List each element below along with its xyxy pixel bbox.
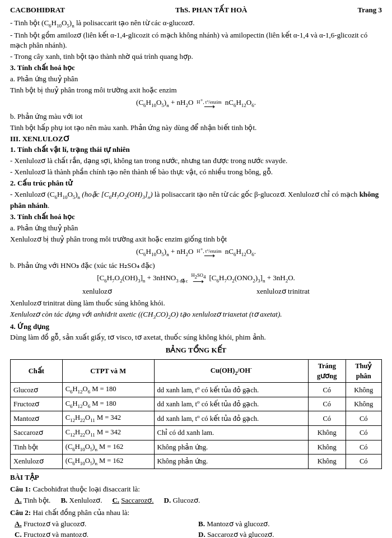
table-row: Glucozơ C6H12O6 M = 180 dd xanh lam, to …: [11, 383, 382, 397]
col-chat: Chất: [11, 360, 63, 383]
q2-text: Câu 2: Hai chất đồng phân của nhau là:: [10, 508, 382, 518]
formula-xl-right: nC6H12O6.: [225, 247, 256, 258]
table-row: Xenlulozơ (C6H10O5)n M = 162 Không phản …: [11, 454, 382, 469]
q2-option-c: C. Fructozơ và mantozơ.: [15, 530, 198, 538]
cell-fuctozo-trang: Có: [309, 397, 346, 411]
main-content: - Tinh bột (C6H10O5)n là polisaccarit tạ…: [10, 18, 382, 538]
page-wrapper: CACBOHIĐRAT ThS. PHAN TẤT HOÀ Trang 3 - …: [10, 6, 382, 538]
cell-saccarozo-thuy: Có: [346, 425, 381, 440]
table-row: Saccarozơ C12H22O11 M = 342 Chỉ có dd xa…: [11, 425, 382, 440]
section2-xl: 2. Cấu trúc phân tử: [10, 178, 382, 189]
formula-xl-thuy-phan: (C6H10O5)n + nH2O H+, t°/enzim ⟶ nC6H12O…: [10, 247, 382, 259]
header-right: Trang 3: [358, 6, 382, 15]
section3-xl: 3. Tính chất hoá học: [10, 212, 382, 222]
cell-xenlulozo-name: Xenlulozơ: [11, 454, 63, 469]
xl-trinitrat-desc: Xenlulozơ trinitrat dùng làm thuốc súng …: [10, 298, 382, 309]
cell-tinhbot-name: Tinh bột: [11, 440, 63, 454]
tinh-bot-intro-1: - Tinh bột (C6H10O5)n là polisaccarit tạ…: [10, 18, 382, 30]
col-thuy-phan: Thuỷphân: [346, 360, 381, 383]
page-header: CACBOHIĐRAT ThS. PHAN TẤT HOÀ Trang 3: [10, 6, 382, 15]
sub-a-tinh-bot: a. Phản ứng thuỷ phân: [10, 74, 382, 85]
bai-tap-title: BÀI TẬP: [10, 472, 382, 483]
formula-xl-hno3: [C6H7O2(OH)3]n + 3nHNO3 đặc H2SO4 ⟶ [C6H…: [10, 273, 382, 285]
xl-thuy-phan-desc: Xenlulozơ bị thuỷ phân trong môi trường …: [10, 234, 382, 245]
tinh-bot-intro-2: - Tinh bột gồm amilozơ (liên kết α-1,4-g…: [10, 30, 382, 52]
cell-saccarozo-ctpt: C12H22O11 M = 342: [62, 425, 154, 440]
q1-option-d: D. Glucozơ.: [164, 495, 200, 506]
arrow-xl-thuy-phan: H+, t°/enzim ⟶: [197, 247, 221, 259]
section4-xl: 4. Ứng dụng: [10, 322, 382, 332]
cell-saccarozo-trang: Không: [309, 425, 346, 440]
cell-glucozo-thuy: Không: [346, 383, 381, 397]
sub-a-xl: a. Phản ứng thuỷ phân: [10, 223, 382, 234]
cell-tinhbot-cu: Không phản ứng.: [154, 440, 309, 454]
section1-xl: 1. Tính chất vật lí, trạng thái tự nhiên: [10, 145, 382, 155]
cell-mantozo-name: Mantozơ: [11, 411, 63, 426]
header-center: ThS. PHAN TẤT HOÀ: [175, 6, 247, 15]
arrow-xl-hno3: H2SO4 ⟶: [191, 273, 206, 285]
cell-mantozo-ctpt: C12H22O11 M = 342: [62, 411, 154, 426]
summary-table: Chất CTPT và M Cu(OH)2/OH- Tránggương Th…: [10, 359, 382, 469]
cell-tinhbot-ctpt: (C6H10O5)n M = 162: [62, 440, 154, 454]
q1-option-a: A. Tinh bột.: [15, 495, 50, 506]
question-1: Câu 1: Cacbohiđrat thuộc loại đisaccarit…: [10, 484, 382, 506]
q1-option-c: C. Saccarozơ.: [112, 495, 153, 506]
tinh-bot-iot-desc: Tinh bột hấp phụ iot tạo nên màu xanh. P…: [10, 123, 382, 133]
arrow-tinh-bot: H+, t°/enzim ⟶: [197, 98, 221, 110]
cell-glucozo-trang: Có: [309, 383, 346, 397]
cell-glucozo-ctpt: C6H12O6 M = 180: [62, 383, 154, 397]
cell-tinhbot-trang: Không: [309, 440, 346, 454]
formula-xl-hno3-left: [C6H7O2(OH)3]n + 3nHNO3 đặc: [97, 273, 188, 285]
q2-option-b: B. Mantozơ và glucozơ.: [198, 519, 382, 530]
cell-glucozo-cu: dd xanh lam, to có kết tủa đỏ gạch.: [154, 383, 309, 397]
q1-option-b: B. Xenlulozơ.: [60, 495, 102, 506]
xl-hno3-label-left: xenlulozơ: [82, 286, 112, 297]
q1-options: A. Tinh bột. B. Xenlulozơ. C. Saccarozơ.…: [15, 495, 382, 506]
xl-hno3-label-right: xenlulozơ trinitrat: [256, 286, 310, 297]
tinh-bot-intro-3: - Trong cây xanh, tinh bột tạo thành nhờ…: [10, 52, 382, 62]
section3-tinh-bot-title: 3. Tính chất hoá học: [10, 63, 382, 73]
sub-b-tinh-bot: b. Phản ứng màu với iot: [10, 112, 382, 122]
header-left: CACBOHIĐRAT: [10, 6, 65, 15]
cell-tinhbot-thuy: Có: [346, 440, 381, 454]
xl-vl-2: - Xenlulozơ là thành phần chính tạo nên …: [10, 167, 382, 178]
col-ctpt: CTPT và M: [62, 360, 154, 383]
exercise-section: BÀI TẬP Câu 1: Cacbohiđrat thuộc loại đi…: [10, 472, 382, 538]
cell-xenlulozo-trang: Không: [309, 454, 346, 469]
tinh-bot-thuy-phan-desc: Tinh bột bị thuỷ phân trong môi trường a…: [10, 85, 382, 96]
cell-fuctozo-name: Fructozơ: [11, 397, 63, 411]
cell-fuctozo-ctpt: C6H12O6 M = 180: [62, 397, 154, 411]
cell-mantozo-cu: dd xanh lam, to có kết tủa đỏ gạch.: [154, 411, 309, 426]
table-row: Tinh bột (C6H10O5)n M = 162 Không phản ứ…: [11, 440, 382, 454]
xl-cau-truc: - Xenlulozơ (C6H10O5)n (hoặc [C6H7O2(OH)…: [10, 189, 382, 211]
xl-italic-desc: Xenlulozơ còn tác dụng với anhiđrit axet…: [10, 309, 382, 321]
xl-ud: Dùng làm đồ gỗ, sản xuất giấy, tơ visco,…: [10, 332, 382, 343]
cell-glucozo-name: Glucozơ: [11, 383, 63, 397]
formula-xl-left: (C6H10O5)n + nH2O: [136, 247, 193, 258]
cell-fuctozo-thuy: Không: [346, 397, 381, 411]
formula-tinh-bot-right: nC6H12O6.: [225, 98, 256, 109]
cell-xenlulozo-cu: Không phản ứng.: [154, 454, 309, 469]
cell-fuctozo-cu: dd xanh lam, to có kết tủa đỏ gạch.: [154, 397, 309, 411]
formula-tinh-bot-left: (C6H10O5)n + nH2O: [136, 98, 193, 109]
table-row: Mantozơ C12H22O11 M = 342 dd xanh lam, t…: [11, 411, 382, 426]
cell-mantozo-thuy: Có: [346, 411, 381, 426]
q2-option-a: A. Fructozơ và glucozơ.: [15, 519, 198, 530]
table-title: BẢNG TỔNG KẾT: [10, 345, 382, 356]
formula-tinh-bot: (C6H10O5)n + nH2O H+, t°/enzim ⟶ nC6H12O…: [10, 98, 382, 110]
sub-b-xl: b. Phản ứng với HNO₃ đặc (xúc tác H₂SO₄ …: [10, 261, 382, 271]
table-header-row: Chất CTPT và M Cu(OH)2/OH- Tránggương Th…: [11, 360, 382, 383]
question-2: Câu 2: Hai chất đồng phân của nhau là: A…: [10, 508, 382, 538]
section-III-title: III. XENLULOZƠ: [10, 134, 382, 145]
q2-options: A. Fructozơ và glucozơ. B. Mantozơ và gl…: [15, 519, 382, 538]
q2-option-d: D. Saccarozơ và glucozơ.: [198, 530, 382, 538]
cell-saccarozo-cu: Chỉ có dd xanh lam.: [154, 425, 309, 440]
formula-xl-hno3-right: [C6H7O2(ONO2)3]n + 3nH2O.: [209, 273, 295, 285]
table-row: Fructozơ C6H12O6 M = 180 dd xanh lam, to…: [11, 397, 382, 411]
xl-vl-1: - Xenlulozơ là chất rắn, dạng sợi, không…: [10, 156, 382, 166]
xl-hno3-labels: xenlulozơ xenlulozơ trinitrat: [10, 286, 382, 297]
q1-text: Câu 1: Cacbohiđrat thuộc loại đisaccarit…: [10, 484, 382, 495]
cell-xenlulozo-thuy: Có: [346, 454, 381, 469]
cell-saccarozo-name: Saccarozơ: [11, 425, 63, 440]
cell-mantozo-trang: Có: [309, 411, 346, 426]
